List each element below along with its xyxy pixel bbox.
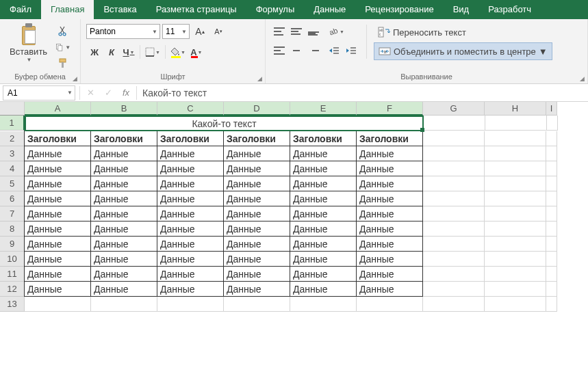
row-header[interactable]: 2 xyxy=(0,131,25,146)
cell[interactable]: Данные xyxy=(90,176,157,191)
row-header[interactable]: 3 xyxy=(0,146,25,161)
cell[interactable]: Данные xyxy=(90,266,157,282)
cell[interactable] xyxy=(546,131,557,146)
row-header[interactable]: 6 xyxy=(0,191,25,206)
cell[interactable]: Заголовки xyxy=(290,131,357,146)
menu-tab-1[interactable]: Главная xyxy=(41,0,94,19)
cell[interactable]: Данные xyxy=(290,146,357,161)
cell[interactable]: Данные xyxy=(90,281,157,297)
column-header[interactable]: D xyxy=(224,102,290,116)
cell[interactable]: Данные xyxy=(223,176,290,191)
cell[interactable] xyxy=(546,146,557,161)
cell[interactable] xyxy=(546,297,557,312)
cell[interactable]: Данные xyxy=(356,191,423,206)
dialog-launcher-icon[interactable]: ◢ xyxy=(257,75,262,82)
fx-button[interactable]: fx xyxy=(117,88,135,98)
cell[interactable] xyxy=(485,116,547,131)
row-header[interactable]: 7 xyxy=(0,206,25,221)
cell[interactable]: Данные xyxy=(157,176,224,191)
cell[interactable]: Данные xyxy=(90,161,157,176)
cell[interactable] xyxy=(546,191,557,206)
cell[interactable] xyxy=(224,297,290,312)
cell[interactable] xyxy=(423,267,485,282)
row-header[interactable]: 11 xyxy=(0,267,25,282)
cell[interactable]: Данные xyxy=(356,251,423,267)
cell[interactable]: Данные xyxy=(223,161,290,176)
cell[interactable]: Данные xyxy=(157,281,224,297)
cell[interactable] xyxy=(546,282,557,297)
cell[interactable]: Данные xyxy=(157,266,224,282)
orientation-button[interactable]: ab▼ xyxy=(326,23,346,40)
cell[interactable]: Данные xyxy=(290,161,357,176)
cell[interactable]: Данные xyxy=(90,206,157,221)
row-header[interactable]: 12 xyxy=(0,282,25,297)
dialog-launcher-icon[interactable]: ◢ xyxy=(73,75,77,82)
cell[interactable]: Данные xyxy=(90,221,157,237)
cell[interactable] xyxy=(546,267,557,282)
cell[interactable] xyxy=(485,161,546,176)
cell[interactable] xyxy=(485,252,546,267)
cell[interactable]: Данные xyxy=(356,206,423,221)
font-size-combo[interactable]: ▼ xyxy=(162,24,190,39)
cell[interactable] xyxy=(485,131,546,146)
cell[interactable]: Данные xyxy=(24,176,91,191)
cell[interactable]: Заголовки xyxy=(24,131,91,146)
chevron-down-icon[interactable]: ▼ xyxy=(65,90,75,96)
cell[interactable] xyxy=(423,146,485,161)
cell[interactable]: Данные xyxy=(356,281,423,297)
cell[interactable] xyxy=(423,206,485,221)
menu-tab-0[interactable]: Файл xyxy=(0,0,41,19)
chevron-down-icon[interactable]: ▼ xyxy=(179,29,189,35)
cell[interactable]: Данные xyxy=(24,161,91,176)
cell[interactable]: Данные xyxy=(24,236,91,252)
cell[interactable]: Данные xyxy=(223,236,290,252)
column-header[interactable]: I xyxy=(546,102,557,116)
cell[interactable]: Заголовки xyxy=(90,131,157,146)
cell[interactable]: Данные xyxy=(223,146,290,161)
decrease-indent-button[interactable] xyxy=(326,42,342,59)
menu-tab-2[interactable]: Вставка xyxy=(94,0,146,19)
cell[interactable]: Данные xyxy=(157,161,224,176)
cell[interactable] xyxy=(423,252,485,267)
cell[interactable] xyxy=(357,297,423,312)
cell[interactable]: Данные xyxy=(290,206,357,221)
cell[interactable] xyxy=(546,206,557,221)
row-header[interactable]: 4 xyxy=(0,161,25,176)
menu-tab-5[interactable]: Данные xyxy=(304,0,355,19)
cell[interactable] xyxy=(423,191,485,206)
menu-tab-3[interactable]: Разметка страницы xyxy=(146,0,246,19)
cell[interactable]: Данные xyxy=(356,266,423,282)
cell[interactable]: Данные xyxy=(290,251,357,267)
cell[interactable] xyxy=(546,237,557,252)
column-header[interactable]: B xyxy=(91,102,157,116)
cell[interactable]: Данные xyxy=(223,266,290,282)
cell[interactable]: Данные xyxy=(223,206,290,221)
cell[interactable]: Данные xyxy=(90,251,157,267)
merged-title-cell[interactable]: Какой-то текст xyxy=(25,116,424,131)
cell[interactable] xyxy=(485,297,546,312)
cell[interactable] xyxy=(485,191,546,206)
cell[interactable]: Данные xyxy=(90,146,157,161)
menu-tab-6[interactable]: Рецензирование xyxy=(355,0,443,19)
cell[interactable]: Данные xyxy=(356,236,423,252)
cell[interactable] xyxy=(157,297,224,312)
borders-button[interactable]: ▼ xyxy=(143,44,162,60)
cell[interactable] xyxy=(546,252,557,267)
cell[interactable]: Данные xyxy=(157,236,224,252)
cell[interactable]: Данные xyxy=(290,191,357,206)
decrease-font-button[interactable]: A▾ xyxy=(210,23,227,40)
column-header[interactable]: G xyxy=(423,102,485,116)
cell[interactable] xyxy=(423,131,485,146)
row-header[interactable]: 5 xyxy=(0,176,25,191)
format-painter-button[interactable] xyxy=(55,56,71,71)
cell[interactable]: Данные xyxy=(24,191,91,206)
cell[interactable] xyxy=(546,161,557,176)
row-header[interactable]: 13 xyxy=(0,297,25,312)
cell[interactable]: Данные xyxy=(290,221,357,237)
enter-formula-button[interactable]: ✓ xyxy=(99,88,117,98)
merge-center-button[interactable]: a Объединить и поместить в центре ▼ xyxy=(374,42,552,60)
cell[interactable] xyxy=(424,116,485,131)
row-header[interactable]: 1 xyxy=(0,116,25,131)
column-header[interactable]: C xyxy=(157,102,224,116)
cancel-formula-button[interactable]: ✕ xyxy=(81,88,99,98)
